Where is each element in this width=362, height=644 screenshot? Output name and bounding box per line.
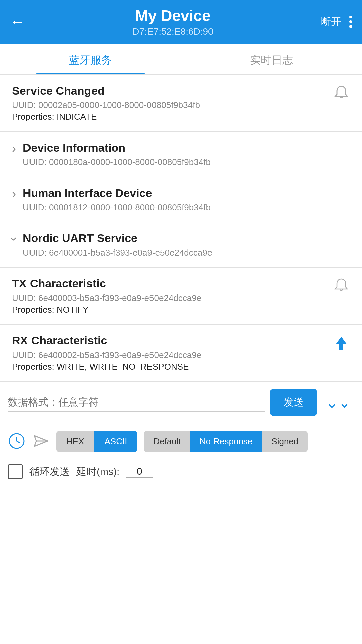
hid-uuid: UUID: 00001812-0000-1000-8000-00805f9b34… <box>23 202 211 213</box>
expand-input-button[interactable]: ⌄⌄ <box>322 392 354 413</box>
rx-char-uuid: UUID: 6e400002-b5a3-f393-e0a9-e50e24dcca… <box>12 350 333 360</box>
send-icon <box>32 432 50 450</box>
list-item: Service Changed UUID: 00002a05-0000-1000… <box>0 75 362 132</box>
tx-char-uuid: UUID: 6e400003-b5a3-f393-e0a9-e50e24dcca… <box>12 293 333 303</box>
chevron-down-icon: › <box>8 237 20 241</box>
format-hex-button[interactable]: HEX <box>56 431 94 452</box>
response-signed-button[interactable]: Signed <box>262 431 308 452</box>
loop-send-label: 循环发送 <box>29 465 70 479</box>
list-item[interactable]: › Human Interface Device UUID: 00001812-… <box>0 177 362 222</box>
history-button[interactable] <box>8 432 25 451</box>
tab-realtime-log[interactable]: 实时日志 <box>181 44 362 74</box>
nordic-uart-content: Nordic UART Service UUID: 6e400001-b5a3-… <box>23 232 212 258</box>
list-item[interactable]: › Nordic UART Service UUID: 6e400001-b5a… <box>0 222 362 268</box>
response-no-response-button[interactable]: No Response <box>190 431 262 452</box>
loop-send-row: 循环发送 延时(ms): <box>0 458 362 489</box>
hid-content: Human Interface Device UUID: 00001812-00… <box>23 186 211 213</box>
rx-char-properties: Properties: WRITE, WRITE_NO_RESPONSE <box>12 362 333 372</box>
nordic-uart-title: Nordic UART Service <box>23 232 212 245</box>
clock-icon <box>8 432 25 450</box>
nordic-uart-left: › Nordic UART Service UUID: 6e400001-b5a… <box>12 232 350 258</box>
hid-title: Human Interface Device <box>23 186 211 200</box>
chevron-right-icon: › <box>12 143 16 155</box>
device-info-header: › Device Information UUID: 0000180a-0000… <box>12 141 350 167</box>
svg-line-3 <box>17 441 20 443</box>
app-header: ← My Device D7:E7:52:E8:6D:90 断开 <box>0 0 362 44</box>
list-item: TX Characteristic UUID: 6e400003-b5a3-f3… <box>0 268 362 325</box>
service-changed-info: Service Changed UUID: 00002a05-0000-1000… <box>12 84 200 122</box>
tx-char-content: TX Characteristic UUID: 6e400003-b5a3-f3… <box>12 277 333 315</box>
notify-bell-icon[interactable] <box>333 84 350 102</box>
expand-chevron-icon: ⌄⌄ <box>326 395 351 410</box>
header-actions: 断开 <box>321 15 352 29</box>
service-changed-properties: Properties: INDICATE <box>12 112 200 122</box>
format-ascii-button[interactable]: ASCII <box>94 431 137 452</box>
disconnect-button[interactable]: 断开 <box>321 15 341 29</box>
more-menu-button[interactable] <box>349 16 352 28</box>
response-toggle-group: Default No Response Signed <box>144 431 308 452</box>
back-button[interactable]: ← <box>10 13 25 30</box>
service-changed-header: Service Changed UUID: 00002a05-0000-1000… <box>12 84 350 122</box>
send-button[interactable]: 发送 <box>270 389 317 416</box>
format-toggle-group: HEX ASCII <box>56 431 137 452</box>
loop-send-checkbox[interactable] <box>8 464 23 479</box>
service-changed-uuid: UUID: 00002a05-0000-1000-8000-00805f9b34… <box>12 100 200 110</box>
loop-delay-input[interactable] <box>126 466 153 478</box>
device-title: My Device <box>25 7 321 25</box>
dot-3 <box>349 25 352 28</box>
service-changed-title: Service Changed <box>12 84 200 97</box>
data-input[interactable] <box>8 393 265 412</box>
dot-1 <box>349 16 352 18</box>
device-info-left: › Device Information UUID: 0000180a-0000… <box>12 141 350 167</box>
tx-char-properties: Properties: NOTIFY <box>12 305 333 315</box>
device-mac-address: D7:E7:52:E8:6D:90 <box>25 26 321 37</box>
nordic-uart-uuid: UUID: 6e400001-b5a3-f393-e0a9-e50e24dcca… <box>23 248 212 258</box>
svg-marker-0 <box>336 337 347 350</box>
hid-header: › Human Interface Device UUID: 00001812-… <box>12 186 350 213</box>
tab-bluetooth-services[interactable]: 蓝牙服务 <box>0 44 181 74</box>
dot-2 <box>349 20 352 23</box>
send-small-button[interactable] <box>32 432 50 451</box>
chevron-right-icon: › <box>12 188 16 200</box>
tab-bar: 蓝牙服务 实时日志 <box>0 44 362 75</box>
loop-delay-label: 延时(ms): <box>76 465 119 479</box>
device-info-uuid: UUID: 0000180a-0000-1000-8000-00805f9b34… <box>23 157 211 167</box>
tx-notify-bell-icon[interactable] <box>333 277 350 294</box>
response-default-button[interactable]: Default <box>144 431 190 452</box>
bottom-toolbar: HEX ASCII Default No Response Signed <box>0 423 362 458</box>
hid-left: › Human Interface Device UUID: 00001812-… <box>12 186 350 213</box>
device-info-content: Device Information UUID: 0000180a-0000-1… <box>23 141 211 167</box>
tx-char-title: TX Characteristic <box>12 277 333 290</box>
device-info-title: Device Information <box>23 141 211 154</box>
data-input-area: 发送 ⌄⌄ <box>0 382 362 423</box>
nordic-uart-header: › Nordic UART Service UUID: 6e400001-b5a… <box>12 232 350 258</box>
list-item: RX Characteristic UUID: 6e400002-b5a3-f3… <box>0 325 362 382</box>
list-item[interactable]: › Device Information UUID: 0000180a-0000… <box>0 132 362 177</box>
header-title-group: My Device D7:E7:52:E8:6D:90 <box>25 7 321 37</box>
rx-char-title: RX Characteristic <box>12 334 333 347</box>
service-list: Service Changed UUID: 00002a05-0000-1000… <box>0 75 362 382</box>
rx-upload-icon[interactable] <box>333 334 350 352</box>
rx-char-content: RX Characteristic UUID: 6e400002-b5a3-f3… <box>12 334 333 372</box>
